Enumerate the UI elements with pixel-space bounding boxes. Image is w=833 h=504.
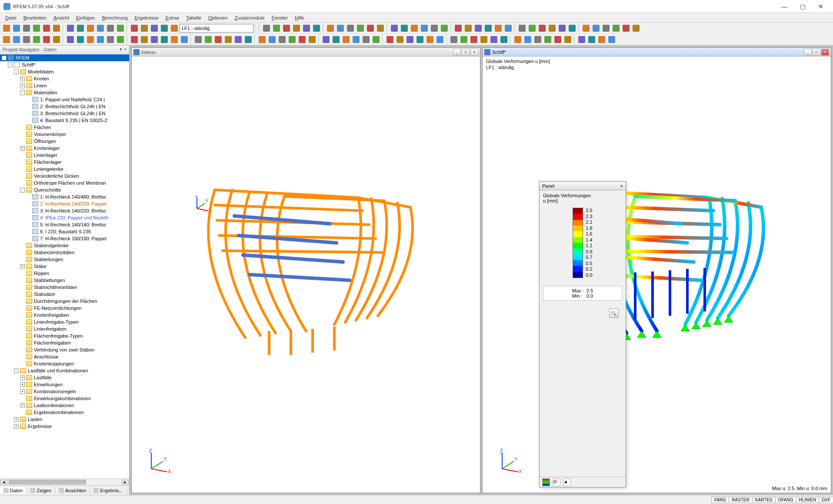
toolbar-button[interactable] <box>140 35 149 44</box>
vp-close-button[interactable]: × <box>470 49 478 56</box>
tree-toggle-icon[interactable]: + <box>20 375 25 380</box>
toolbar-button[interactable] <box>479 35 489 44</box>
navigator-close-icon[interactable]: × <box>124 46 127 52</box>
toolbar-button[interactable] <box>42 23 51 33</box>
status-cell-kartes[interactable]: KARTES <box>752 497 776 503</box>
toolbar-button[interactable] <box>547 23 557 33</box>
tree-item[interactable]: -Lastfälle und Kombinationen <box>0 367 129 374</box>
toolbar-button[interactable] <box>415 35 425 44</box>
tree-item[interactable]: +Lastfälle <box>0 374 129 381</box>
menu-ansicht[interactable]: Ansicht <box>50 14 73 21</box>
tree-item[interactable]: Flächen <box>0 124 129 131</box>
toolbar-button[interactable] <box>116 23 125 33</box>
toolbar-button[interactable] <box>597 35 606 44</box>
toolbar-button[interactable] <box>341 35 351 44</box>
toolbar-button[interactable] <box>160 35 169 44</box>
toolbar-button[interactable] <box>463 23 473 33</box>
tree-item[interactable]: +Linien <box>0 82 129 89</box>
vp-right-canvas[interactable]: Globale Verformungen u [mm] LF1 : ständi… <box>483 56 831 493</box>
tree-item[interactable]: +Lasten <box>0 416 129 423</box>
menu-datei[interactable]: Datei <box>2 14 20 21</box>
toolbar-button[interactable] <box>473 23 483 33</box>
toolbar-button[interactable] <box>483 23 493 33</box>
toolbar-button[interactable] <box>223 35 233 44</box>
panel-tab-factors[interactable]: ⊘ <box>553 478 560 486</box>
toolbar-button[interactable] <box>307 35 317 44</box>
scroll-thumb[interactable] <box>9 480 86 484</box>
toolbar-button[interactable] <box>262 23 271 33</box>
toolbar-button[interactable] <box>577 35 586 44</box>
toolbar-button[interactable] <box>469 35 479 44</box>
status-cell-raster[interactable]: RASTER <box>729 497 753 503</box>
tree-item[interactable]: 5: H-Rechteck 140/140; Brettsc <box>0 221 129 228</box>
menu-hilfe[interactable]: Hilfe <box>291 14 308 21</box>
nav-tab-daten[interactable]: Daten <box>0 487 27 494</box>
menu-ergebnisse[interactable]: Ergebnisse <box>131 14 162 21</box>
tree-toggle-icon[interactable]: + <box>20 76 25 81</box>
toolbar-button[interactable] <box>489 35 499 44</box>
toolbar-button[interactable] <box>116 35 125 44</box>
toolbar-button[interactable] <box>621 23 631 33</box>
tree-item[interactable]: +Einwirkungen <box>0 381 129 388</box>
toolbar-button[interactable] <box>203 35 213 44</box>
tree-item[interactable]: Flächenfreigaben <box>0 339 129 346</box>
tree-item[interactable]: Stabsätze <box>0 291 129 298</box>
vp-maximize-button[interactable]: □ <box>813 49 820 56</box>
menu-berechnung[interactable]: Berechnung <box>98 14 131 21</box>
toolbar-button[interactable] <box>96 23 105 33</box>
nav-tab-ergebnis...[interactable]: Ergebnis... <box>90 487 127 494</box>
toolbar-button[interactable] <box>140 23 149 33</box>
tree-toggle-icon[interactable]: - <box>14 368 19 373</box>
tree-item[interactable]: 2: Brettschichtholz GL24h | EN <box>0 103 129 110</box>
toolbar-button[interactable] <box>233 35 243 44</box>
toolbar-button[interactable] <box>86 23 95 33</box>
toolbar-button[interactable] <box>106 35 115 44</box>
tree-item[interactable]: 4: IPEa 220; Pappel und Nadelh <box>0 214 129 221</box>
tree-item[interactable]: Stabexzentrizitäten <box>0 249 129 256</box>
toolbar-button[interactable] <box>567 23 577 33</box>
toolbar-button[interactable] <box>180 35 189 44</box>
toolbar-button[interactable] <box>277 35 287 44</box>
toolbar-button[interactable] <box>321 35 331 44</box>
tree-item[interactable]: Stabteilungen <box>0 256 129 263</box>
toolbar-button[interactable] <box>292 23 301 33</box>
navigator-tree[interactable]: -RFEM-Schiff*-Modelldaten+Knoten+Linien-… <box>0 53 129 478</box>
toolbar-button[interactable] <box>346 23 355 33</box>
toolbar-button[interactable] <box>410 23 419 33</box>
toolbar-button[interactable] <box>130 23 139 33</box>
toolbar-button[interactable] <box>527 23 537 33</box>
toolbar-button[interactable] <box>543 35 553 44</box>
menu-extras[interactable]: Extras <box>162 14 183 21</box>
tree-item[interactable]: Anschlüsse <box>0 353 129 360</box>
viewport-left[interactable]: bateau _ □ × <box>131 47 480 493</box>
tree-item[interactable]: 7: H-Rechteck 100/100; Pappel <box>0 235 129 242</box>
loadcase-combo[interactable]: LF1 - ständig <box>180 24 253 33</box>
window-close-button[interactable]: ✕ <box>812 1 830 12</box>
toolbar-button[interactable] <box>449 35 459 44</box>
toolbar-button[interactable] <box>385 35 395 44</box>
toolbar-button[interactable] <box>371 35 381 44</box>
panel-tab-filter[interactable]: ▲ <box>563 478 571 486</box>
tree-toggle-icon[interactable]: + <box>14 417 19 422</box>
tree-toggle-icon[interactable]: - <box>14 70 19 74</box>
tree-item[interactable]: +Kombinationsregeln <box>0 388 129 395</box>
tree-item[interactable]: FE-Netzverdichtungen <box>0 305 129 312</box>
tree-toggle-icon[interactable]: - <box>20 188 25 192</box>
status-cell-hlinien[interactable]: HLINIEN <box>796 497 819 503</box>
toolbar-button[interactable] <box>523 35 533 44</box>
toolbar-button[interactable] <box>336 23 345 33</box>
tree-item[interactable]: 3: H-Rechteck 140/220; Brettsc <box>0 207 129 214</box>
menu-bearbeiten[interactable]: Bearbeiten <box>20 14 50 21</box>
tree-item[interactable]: Flächenfreigabe-Typen <box>0 332 129 339</box>
toolbar-button[interactable] <box>631 23 641 33</box>
nav-tab-ansichten[interactable]: Ansichten <box>55 487 90 494</box>
toolbar-button[interactable] <box>435 35 445 44</box>
toolbar-button[interactable] <box>66 23 75 33</box>
toolbar-button[interactable] <box>581 23 591 33</box>
toolbar-button[interactable] <box>591 23 601 33</box>
tree-item[interactable]: -Modelldaten <box>0 68 129 75</box>
tree-toggle-icon[interactable]: + <box>20 382 25 387</box>
toolbar-button[interactable] <box>366 23 375 33</box>
toolbar-button[interactable] <box>351 35 361 44</box>
tree-item[interactable]: +Knotenlager <box>0 145 129 152</box>
